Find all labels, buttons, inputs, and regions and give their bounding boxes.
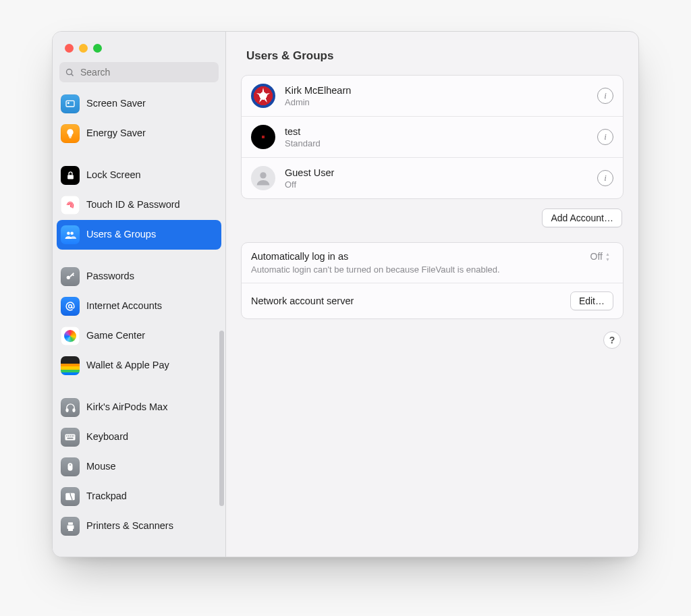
main-pane: Users & Groups Kirk McElhearn Admin i bbox=[226, 32, 638, 557]
game-center-icon bbox=[61, 327, 80, 345]
svg-rect-12 bbox=[65, 435, 76, 441]
sidebar-item-mouse[interactable]: Mouse bbox=[57, 452, 221, 482]
sidebar-item-lock-screen[interactable]: Lock Screen bbox=[57, 161, 221, 190]
user-name: Guest User bbox=[285, 167, 334, 178]
sidebar-item-label: Lock Screen bbox=[86, 169, 217, 181]
users-list-card: Kirk McElhearn Admin i test Standard i bbox=[241, 75, 624, 199]
sidebar-item-keyboard[interactable]: Keyboard bbox=[57, 422, 221, 452]
sidebar-item-label: Internet Accounts bbox=[86, 300, 217, 312]
content-header: Users & Groups bbox=[226, 32, 638, 75]
svg-point-25 bbox=[260, 172, 266, 178]
login-settings-card: Automatically log in as Automatic login … bbox=[241, 242, 624, 319]
svg-rect-24 bbox=[67, 528, 72, 530]
user-info-button[interactable]: i bbox=[597, 88, 613, 104]
keyboard-icon bbox=[61, 428, 80, 447]
user-role: Admin bbox=[285, 97, 351, 107]
sidebar-item-label: Keyboard bbox=[86, 431, 217, 443]
svg-rect-14 bbox=[68, 435, 70, 437]
svg-point-0 bbox=[67, 69, 72, 74]
user-info-button[interactable]: i bbox=[597, 129, 613, 145]
mouse-icon bbox=[61, 457, 80, 476]
network-server-edit-button[interactable]: Edit… bbox=[570, 291, 613, 310]
sidebar-item-printers-scanners[interactable]: Printers & Scanners bbox=[57, 511, 221, 541]
printer-icon bbox=[61, 517, 80, 536]
add-account-button[interactable]: Add Account… bbox=[542, 208, 622, 227]
svg-point-6 bbox=[67, 232, 70, 235]
window-controls bbox=[53, 32, 225, 53]
sidebar-item-label: Trackpad bbox=[86, 491, 217, 502]
user-info-button[interactable]: i bbox=[597, 170, 613, 186]
sidebar-item-label: Passwords bbox=[86, 271, 217, 282]
svg-line-1 bbox=[72, 74, 74, 76]
svg-rect-2 bbox=[66, 101, 74, 107]
svg-point-8 bbox=[67, 276, 70, 279]
sidebar-item-wallet-apple-pay[interactable]: Wallet & Apple Pay bbox=[57, 351, 221, 381]
auto-login-description: Automatic login can't be turned on becau… bbox=[251, 264, 581, 275]
svg-point-3 bbox=[68, 103, 70, 104]
svg-rect-15 bbox=[70, 435, 72, 437]
sidebar: Screen Saver Energy Saver Lock Scree bbox=[53, 32, 226, 557]
sidebar-item-airpods-max[interactable]: Kirk's AirPods Max bbox=[57, 393, 221, 422]
user-row[interactable]: test Standard i bbox=[242, 116, 623, 157]
search-icon bbox=[65, 67, 75, 78]
at-sign-icon bbox=[61, 297, 80, 316]
minimize-window-button[interactable] bbox=[79, 44, 88, 53]
user-role: Off bbox=[285, 179, 334, 190]
sidebar-item-label: Touch ID & Password bbox=[86, 199, 217, 211]
sidebar-item-label: Screen Saver bbox=[86, 98, 217, 109]
sidebar-item-passwords[interactable]: Passwords bbox=[57, 262, 221, 291]
wallet-icon bbox=[61, 356, 80, 375]
svg-rect-20 bbox=[70, 464, 70, 466]
sidebar-item-label: Users & Groups bbox=[86, 229, 217, 240]
headphones-icon bbox=[61, 398, 80, 417]
help-button[interactable]: ? bbox=[603, 331, 621, 349]
auto-login-row: Automatically log in as Automatic login … bbox=[242, 243, 623, 283]
zoom-window-button[interactable] bbox=[93, 44, 102, 53]
sidebar-item-energy-saver[interactable]: Energy Saver bbox=[57, 119, 221, 148]
svg-rect-5 bbox=[67, 175, 74, 179]
user-avatar bbox=[251, 125, 275, 149]
svg-rect-10 bbox=[66, 408, 68, 411]
svg-point-7 bbox=[70, 232, 74, 235]
sidebar-scrollbar[interactable] bbox=[219, 331, 224, 506]
sidebar-item-label: Game Center bbox=[86, 330, 217, 341]
sidebar-item-trackpad[interactable]: Trackpad bbox=[57, 482, 221, 511]
user-row[interactable]: Kirk McElhearn Admin i bbox=[242, 76, 623, 116]
network-server-row: Network account server Edit… bbox=[242, 283, 623, 318]
network-server-title: Network account server bbox=[251, 296, 561, 306]
auto-login-value: Off bbox=[590, 251, 603, 262]
sidebar-item-label: Kirk's AirPods Max bbox=[86, 401, 217, 413]
sidebar-item-touch-id-password[interactable]: Touch ID & Password bbox=[57, 190, 221, 220]
sidebar-item-label: Mouse bbox=[86, 461, 217, 472]
sidebar-item-internet-accounts[interactable]: Internet Accounts bbox=[57, 291, 221, 321]
key-icon bbox=[61, 267, 80, 286]
svg-rect-23 bbox=[67, 522, 72, 525]
user-avatar bbox=[251, 166, 275, 190]
sidebar-item-screen-saver[interactable]: Screen Saver bbox=[57, 89, 221, 119]
trackpad-icon bbox=[61, 487, 80, 506]
svg-rect-4 bbox=[69, 137, 71, 138]
users-icon bbox=[61, 225, 80, 244]
chevron-up-down-icon: ▲▼ bbox=[605, 251, 613, 262]
svg-rect-18 bbox=[67, 438, 74, 439]
bulb-icon bbox=[61, 124, 80, 143]
sidebar-item-label: Printers & Scanners bbox=[86, 520, 217, 532]
sidebar-item-label: Wallet & Apple Pay bbox=[86, 360, 217, 371]
svg-rect-16 bbox=[72, 435, 73, 437]
sidebar-item-users-groups[interactable]: Users & Groups bbox=[57, 220, 221, 250]
search-field[interactable] bbox=[59, 62, 219, 82]
system-settings-window: Screen Saver Energy Saver Lock Scree bbox=[52, 31, 639, 557]
search-input[interactable] bbox=[79, 66, 213, 78]
close-window-button[interactable] bbox=[65, 44, 74, 53]
svg-rect-13 bbox=[66, 435, 67, 437]
sidebar-item-game-center[interactable]: Game Center bbox=[57, 321, 221, 351]
user-role: Standard bbox=[285, 138, 321, 148]
user-name: test bbox=[285, 126, 321, 137]
sidebar-item-label: Energy Saver bbox=[86, 128, 217, 139]
screen-saver-icon bbox=[61, 94, 80, 113]
user-row[interactable]: Guest User Off i bbox=[242, 157, 623, 198]
auto-login-select[interactable]: Off ▲▼ bbox=[590, 251, 613, 262]
lock-icon bbox=[61, 166, 80, 185]
svg-rect-17 bbox=[74, 435, 74, 437]
user-name: Kirk McElhearn bbox=[285, 85, 351, 96]
